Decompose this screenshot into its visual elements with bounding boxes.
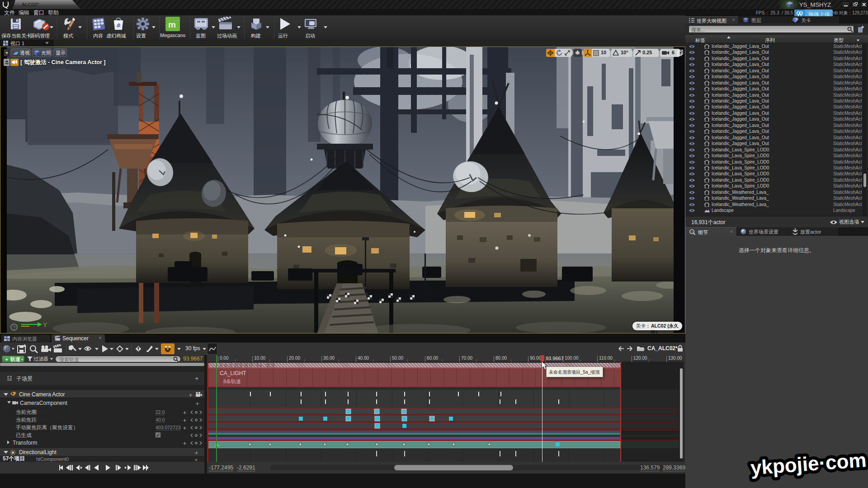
svg-text:ykpojie·com: ykpojie·com: [750, 449, 867, 479]
svg-text:Y: Y: [43, 321, 47, 328]
svg-text:i: i: [692, 230, 693, 234]
svg-text:虚: 虚: [116, 23, 121, 28]
